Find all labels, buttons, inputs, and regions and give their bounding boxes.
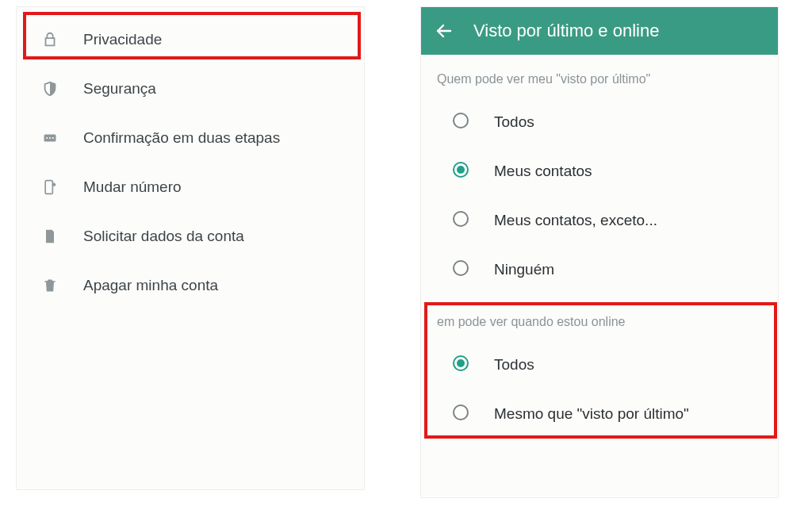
- back-button[interactable]: [434, 21, 454, 41]
- settings-item-label: Apagar minha conta: [83, 277, 218, 294]
- shield-icon: [40, 79, 59, 98]
- settings-item-requestdata[interactable]: Solicitar dados da conta: [17, 212, 364, 261]
- settings-item-label: Solicitar dados da conta: [83, 228, 244, 245]
- settings-list: Privacidade Segurança Confirmação em dua…: [17, 7, 364, 310]
- svg-point-7: [457, 166, 465, 174]
- svg-point-2: [49, 137, 51, 139]
- settings-item-deleteaccount[interactable]: Apagar minha conta: [17, 261, 364, 310]
- radio-lastseen-contacts[interactable]: Meus contatos: [421, 147, 778, 196]
- phone-change-icon: [40, 178, 59, 197]
- svg-point-5: [454, 113, 468, 128]
- settings-item-label: Confirmação em duas etapas: [83, 129, 280, 147]
- svg-point-12: [454, 405, 468, 420]
- svg-point-11: [457, 359, 465, 367]
- settings-item-twostep[interactable]: Confirmação em duas etapas: [17, 113, 364, 163]
- radio-label: Meus contatos: [494, 163, 592, 180]
- radio-label: Meus contatos, exceto...: [494, 212, 657, 229]
- radio-label: Todos: [494, 113, 534, 131]
- section1-title: Quem pode ver meu "visto por último": [421, 55, 778, 98]
- radio-checked-icon: [451, 354, 470, 376]
- appbar: Visto por último e online: [421, 7, 778, 55]
- radio-unchecked-icon: [451, 111, 470, 133]
- svg-point-1: [46, 137, 48, 139]
- settings-item-privacy[interactable]: Privacidade: [17, 15, 364, 64]
- radio-label: Mesmo que "visto por último": [494, 405, 689, 423]
- radio-checked-icon: [451, 160, 470, 182]
- trash-icon: [40, 276, 59, 295]
- radio-lastseen-everyone[interactable]: Todos: [421, 98, 778, 147]
- svg-point-3: [52, 137, 54, 139]
- radio-label: Todos: [494, 356, 534, 374]
- appbar-title: Visto por último e online: [473, 21, 659, 41]
- section2-title: em pode ver quando estou online: [421, 302, 778, 340]
- radio-online-everyone[interactable]: Todos: [421, 340, 778, 389]
- radio-unchecked-icon: [451, 403, 470, 425]
- settings-panel: Privacidade Segurança Confirmação em dua…: [16, 6, 365, 490]
- last-seen-panel: Visto por último e online Quem pode ver …: [420, 6, 779, 498]
- radio-lastseen-except[interactable]: Meus contatos, exceto...: [421, 196, 778, 245]
- settings-item-changenumber[interactable]: Mudar número: [17, 163, 364, 212]
- radio-unchecked-icon: [451, 259, 470, 281]
- radio-label: Ninguém: [494, 261, 554, 278]
- dots-rect-icon: [40, 128, 59, 148]
- settings-item-security[interactable]: Segurança: [17, 64, 364, 113]
- radio-unchecked-icon: [451, 209, 470, 232]
- settings-item-label: Mudar número: [83, 178, 182, 196]
- svg-point-9: [454, 261, 468, 275]
- document-icon: [40, 227, 59, 246]
- radio-online-sameas[interactable]: Mesmo que "visto por último": [421, 389, 778, 439]
- settings-item-label: Segurança: [83, 80, 156, 98]
- svg-point-8: [454, 212, 468, 226]
- settings-item-label: Privacidade: [83, 31, 162, 48]
- lock-icon: [40, 30, 59, 49]
- radio-lastseen-nobody[interactable]: Ninguém: [421, 245, 778, 294]
- svg-rect-4: [45, 181, 52, 194]
